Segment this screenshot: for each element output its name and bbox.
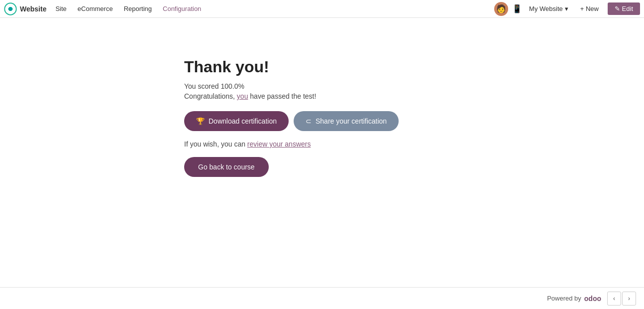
review-prefix: If you wish, you can (184, 140, 247, 148)
avatar-button[interactable]: 🧑 (494, 2, 508, 16)
brand-name: Website (20, 5, 46, 13)
nav-ecommerce[interactable]: eCommerce (73, 3, 118, 14)
review-text: If you wish, you can review your answers (184, 140, 399, 148)
you-link[interactable]: you (237, 92, 248, 100)
share-btn-label: Share your certification (316, 117, 387, 125)
chevron-down-icon: ▾ (565, 5, 568, 12)
download-btn-label: Download certification (209, 117, 277, 125)
brand[interactable]: Website (4, 2, 46, 15)
nav-reporting[interactable]: Reporting (119, 3, 157, 14)
congrats-text: Congratulations, you have passed the tes… (184, 92, 399, 100)
download-certification-button[interactable]: 🏆 Download certification (184, 111, 289, 131)
navbar-right: 🧑 📱 My Website ▾ + New ✎ Edit (494, 2, 640, 16)
main-content: Thank you! You scored 100.0% Congratulat… (0, 18, 644, 287)
content-block: Thank you! You scored 100.0% Congratulat… (184, 58, 399, 177)
svg-point-1 (8, 7, 12, 11)
score-text: You scored 100.0% (184, 82, 399, 90)
new-button[interactable]: + New (575, 3, 604, 14)
edit-button[interactable]: ✎ Edit (608, 2, 640, 15)
nav-configuration[interactable]: Configuration (158, 3, 206, 14)
website-selector-label: My Website (529, 5, 563, 12)
navbar: Website Site eCommerce Reporting Configu… (0, 0, 644, 18)
website-selector[interactable]: My Website ▾ (526, 4, 571, 13)
mobile-view-icon[interactable]: 📱 (512, 4, 522, 13)
thank-you-title: Thank you! (184, 58, 399, 76)
nav-links: Site eCommerce Reporting Configuration (50, 3, 206, 14)
back-to-course-button[interactable]: Go back to course (184, 157, 269, 177)
brand-logo-icon (4, 2, 17, 15)
avatar: 🧑 (494, 2, 508, 16)
review-answers-link[interactable]: review your answers (247, 140, 311, 148)
trophy-icon: 🏆 (196, 117, 205, 125)
nav-site[interactable]: Site (50, 3, 71, 14)
share-certification-button[interactable]: ⊂ Share your certification (294, 111, 399, 131)
share-icon: ⊂ (306, 117, 312, 125)
action-buttons: 🏆 Download certification ⊂ Share your ce… (184, 111, 399, 131)
